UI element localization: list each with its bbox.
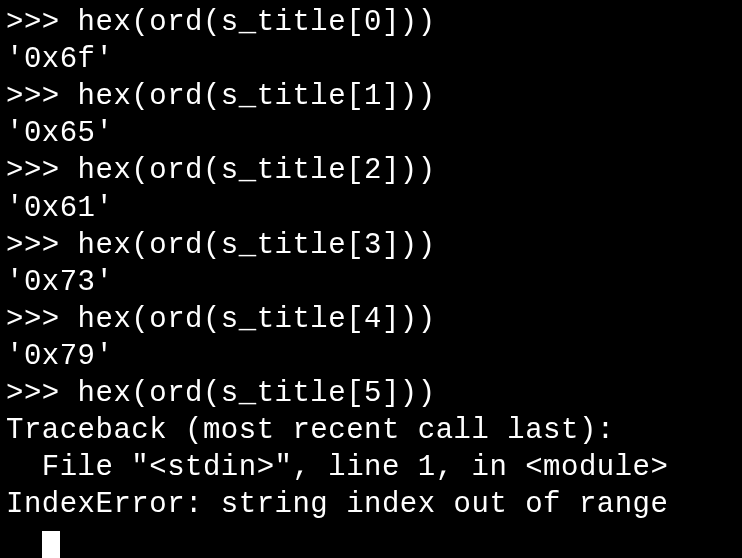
cursor-line [6,524,736,558]
repl-input-line: >>> hex(ord(s_title[1])) [6,78,736,115]
terminal-output[interactable]: >>> hex(ord(s_title[0])) '0x6f' >>> hex(… [6,4,736,558]
traceback-header: Traceback (most recent call last): [6,412,736,449]
traceback-file-line: File "<stdin>", line 1, in <module> [6,449,736,486]
repl-output-line: '0x79' [6,338,736,375]
repl-input-line: >>> hex(ord(s_title[2])) [6,152,736,189]
repl-input-line: >>> hex(ord(s_title[4])) [6,301,736,338]
traceback-error-line: IndexError: string index out of range [6,486,736,523]
repl-output-line: '0x6f' [6,41,736,78]
repl-input-line: >>> hex(ord(s_title[0])) [6,4,736,41]
cursor-icon [42,531,60,558]
repl-output-line: '0x73' [6,264,736,301]
repl-output-line: '0x65' [6,115,736,152]
repl-output-line: '0x61' [6,190,736,227]
repl-input-line: >>> hex(ord(s_title[3])) [6,227,736,264]
repl-input-line: >>> hex(ord(s_title[5])) [6,375,736,412]
